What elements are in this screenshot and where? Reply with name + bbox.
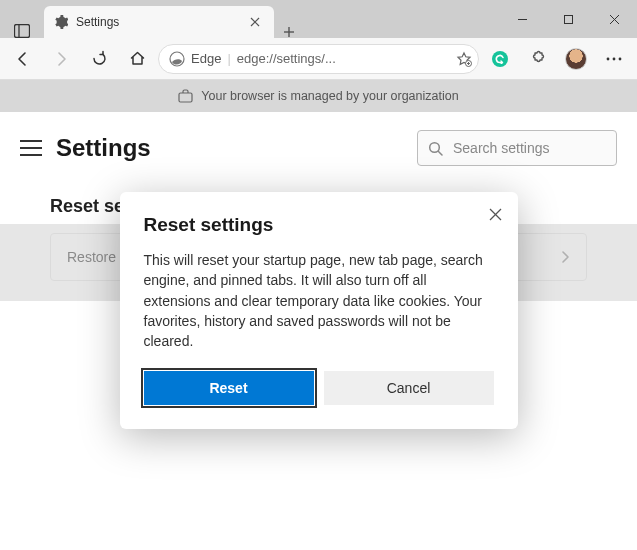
address-bar[interactable]: Edge | edge://settings/...: [158, 44, 479, 74]
svg-point-18: [430, 142, 440, 152]
search-placeholder: Search settings: [453, 140, 550, 156]
briefcase-icon: [178, 89, 193, 103]
svg-line-19: [439, 151, 443, 155]
search-input[interactable]: Search settings: [417, 130, 617, 166]
extensions-button[interactable]: [521, 42, 555, 76]
more-menu-button[interactable]: [597, 42, 631, 76]
reset-button[interactable]: Reset: [144, 371, 314, 405]
refresh-button[interactable]: [82, 42, 116, 76]
grammarly-extension-icon[interactable]: [483, 42, 517, 76]
dialog-body: This will reset your startup page, new t…: [144, 250, 494, 351]
back-button[interactable]: [6, 42, 40, 76]
managed-banner: Your browser is managed by your organiza…: [0, 80, 637, 112]
address-url: edge://settings/...: [237, 51, 450, 66]
settings-header: Settings Search settings: [0, 112, 637, 176]
tab-strip: Settings: [0, 0, 499, 38]
profile-avatar[interactable]: [559, 42, 593, 76]
home-button[interactable]: [120, 42, 154, 76]
cancel-button[interactable]: Cancel: [324, 371, 494, 405]
svg-rect-17: [179, 93, 192, 102]
svg-rect-0: [15, 25, 30, 38]
minimize-button[interactable]: [499, 0, 545, 38]
tab-title: Settings: [76, 15, 242, 29]
forward-button[interactable]: [44, 42, 78, 76]
dialog-close-button[interactable]: [486, 204, 506, 224]
managed-text: Your browser is managed by your organiza…: [201, 89, 458, 103]
maximize-button[interactable]: [545, 0, 591, 38]
svg-point-15: [613, 57, 616, 60]
svg-point-16: [619, 57, 622, 60]
dialog-title: Reset settings: [144, 214, 494, 236]
address-separator: |: [227, 51, 230, 66]
window-controls: [499, 0, 637, 38]
page-title: Settings: [56, 134, 403, 162]
reset-dialog: Reset settings This will reset your star…: [120, 192, 518, 429]
browser-tab[interactable]: Settings: [44, 6, 274, 38]
svg-point-14: [607, 57, 610, 60]
svg-rect-7: [564, 15, 572, 23]
edge-icon: [169, 51, 185, 67]
tab-close-button[interactable]: [250, 17, 264, 27]
browser-toolbar: Edge | edge://settings/...: [0, 38, 637, 80]
close-window-button[interactable]: [591, 0, 637, 38]
search-icon: [428, 141, 443, 156]
address-product: Edge: [191, 51, 221, 66]
tab-actions-button[interactable]: [0, 24, 44, 38]
window-titlebar: Settings: [0, 0, 637, 38]
menu-button[interactable]: [20, 140, 42, 156]
gear-icon: [54, 15, 68, 29]
new-tab-button[interactable]: [274, 26, 304, 38]
favorite-icon[interactable]: [456, 51, 472, 67]
dialog-buttons: Reset Cancel: [144, 371, 494, 405]
